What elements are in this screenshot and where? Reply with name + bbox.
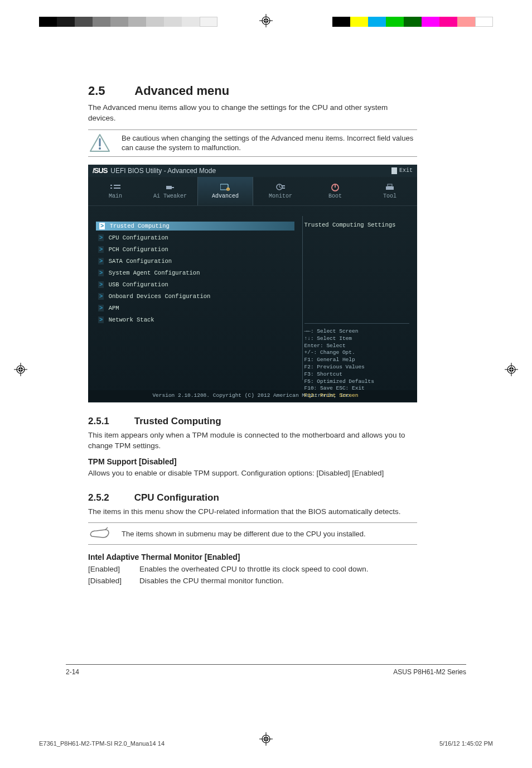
bios-tab-tool[interactable]: Tool: [362, 177, 417, 205]
print-job-timestamp: 5/16/12 1:45:02 PM: [439, 740, 493, 747]
menu-item-label: Onboard Devices Configuration: [109, 293, 211, 300]
help-key-line: +/-: Change Opt.: [304, 349, 410, 357]
subsection-heading: 2.5.1 Trusted Computing: [88, 416, 417, 427]
section-number: 2.5: [88, 84, 132, 98]
chevron-right-icon: >: [98, 293, 104, 300]
svg-rect-43: [386, 186, 394, 190]
bios-tab-ai-tweaker[interactable]: Ai Tweaker: [143, 177, 197, 205]
bios-tab-advanced[interactable]: iAdvanced: [197, 177, 253, 205]
bios-logo: /SUS: [93, 166, 107, 175]
bios-menu-panel: > Trusted Computing> CPU Configuration> …: [88, 206, 302, 390]
help-key-line: Enter: Select: [304, 343, 410, 350]
help-key-highlight: F12: Print Screen: [304, 392, 410, 400]
bios-help-panel: Trusted Computing Settings →←: Select Sc…: [302, 206, 418, 390]
tab-label: Tool: [383, 193, 396, 199]
tab-label: Ai Tweaker: [153, 193, 187, 199]
option-row: [Disabled]Disables the CPU thermal monit…: [88, 575, 417, 587]
print-job-footer: E7361_P8H61-M2-TPM-SI R2.0_Manua14 14 5/…: [39, 740, 493, 747]
svg-rect-44: [388, 184, 392, 186]
svg-text:i: i: [227, 188, 229, 191]
help-key-line: ↑↓: Select Item: [304, 335, 410, 343]
help-key-line: →←: Select Screen: [304, 328, 410, 335]
chevron-right-icon: >: [98, 316, 104, 323]
warning-icon: [88, 133, 112, 152]
tab-icon: [330, 183, 340, 191]
help-key-line: F3: Shortcut: [304, 371, 410, 378]
help-key-line: F1: General Help: [304, 357, 410, 364]
svg-rect-39: [282, 185, 285, 186]
tab-label: Monitor: [269, 193, 292, 199]
bios-item-title: TPM Support [Disabled]: [88, 457, 417, 466]
chevron-right-icon: >: [98, 281, 104, 288]
menu-item-label: Network Stack: [109, 316, 154, 323]
menu-item-label: APM: [109, 305, 119, 311]
bios-menu-item[interactable]: > Network Stack: [96, 315, 294, 324]
section-heading: 2.5 Advanced menu: [88, 84, 417, 98]
tab-icon: i: [220, 183, 230, 191]
menu-item-label: SATA Configuration: [109, 258, 172, 265]
subsection-desc: This item appears only when a TPM module…: [88, 430, 417, 452]
bios-tab-boot[interactable]: Boot: [308, 177, 362, 205]
registration-mark-icon: [14, 363, 27, 376]
bios-menu-item[interactable]: > Trusted Computing: [96, 222, 294, 231]
caution-text: Be cautious when changing the settings o…: [122, 133, 417, 153]
chevron-right-icon: >: [99, 223, 105, 229]
svg-rect-30: [114, 188, 120, 189]
subsection-number: 2.5.2: [88, 492, 132, 503]
hand-note-icon: [88, 526, 112, 541]
svg-rect-31: [166, 186, 172, 189]
registration-mark-icon: [259, 14, 273, 27]
bios-menu-item[interactable]: > PCH Configuration: [96, 245, 294, 254]
bios-menu-item[interactable]: > System Agent Configuration: [96, 268, 294, 277]
chevron-right-icon: >: [98, 270, 104, 276]
option-row: [Enabled]Enables the overheated CPU to t…: [88, 564, 417, 575]
intro-text: The Advanced menu items allow you to cha…: [88, 103, 417, 124]
subsection-title-text: CPU Configuration: [134, 492, 219, 503]
subsection-heading: 2.5.2 CPU Configuration: [88, 492, 417, 503]
svg-rect-32: [172, 187, 174, 188]
bios-menu-item[interactable]: > SATA Configuration: [96, 257, 294, 266]
menu-item-label: System Agent Configuration: [109, 270, 200, 276]
registration-mark-icon: [505, 363, 518, 376]
tab-label: Boot: [328, 193, 342, 199]
option-description: Disables the CPU thermal monitor functio…: [139, 575, 417, 587]
bios-exit-label: Exit: [399, 167, 413, 174]
bios-screenshot: /SUS UEFI BIOS Utility - Advanced Mode E…: [88, 165, 417, 402]
tab-icon: [165, 183, 175, 191]
help-title: Trusted Computing Settings: [304, 222, 410, 228]
tab-label: Advanced: [212, 193, 239, 199]
note-block: The items shown in submenu may be differ…: [88, 522, 417, 545]
bios-menu-item[interactable]: > Onboard Devices Configuration: [96, 292, 294, 301]
svg-rect-40: [282, 188, 285, 189]
help-key-line: F2: Previous Values: [304, 364, 410, 371]
svg-rect-29: [110, 188, 112, 189]
bios-item-title: Intel Adaptive Thermal Monitor [Enabled]: [88, 553, 417, 561]
svg-line-38: [279, 187, 281, 188]
bios-tab-monitor[interactable]: Monitor: [253, 177, 308, 205]
tab-icon: [385, 183, 395, 191]
tab-label: Main: [109, 193, 122, 199]
tab-icon: [275, 183, 286, 191]
help-key-line: F10: Save ESC: Exit: [304, 385, 410, 392]
chevron-right-icon: >: [98, 305, 104, 311]
tab-icon: [110, 183, 120, 191]
chevron-right-icon: >: [98, 234, 104, 241]
bios-exit-button[interactable]: Exit: [391, 167, 413, 174]
print-job-file: E7361_P8H61-M2-TPM-SI R2.0_Manua14 14: [39, 740, 165, 747]
bios-menu-item[interactable]: > CPU Configuration: [96, 233, 294, 242]
section-title-text: Advanced menu: [134, 84, 229, 98]
svg-point-26: [99, 147, 101, 150]
document-series: ASUS P8H61-M2 Series: [393, 668, 466, 676]
caution-block: Be cautious when changing the settings o…: [88, 129, 417, 157]
bios-tab-main[interactable]: Main: [88, 177, 143, 205]
bios-menu-item[interactable]: > APM: [96, 304, 294, 313]
note-text: The items shown in submenu may be differ…: [122, 529, 417, 539]
subsection-desc: The items in this menu show the CPU-rela…: [88, 507, 417, 517]
menu-item-label: CPU Configuration: [109, 234, 168, 241]
menu-item-label: PCH Configuration: [109, 246, 168, 253]
bios-menu-item[interactable]: > USB Configuration: [96, 280, 294, 289]
subsection-number: 2.5.1: [88, 416, 132, 427]
page-footer: 2-14 ASUS P8H61-M2 Series: [66, 664, 466, 676]
help-key-line: F5: Optimized Defaults: [304, 378, 410, 386]
menu-item-label: USB Configuration: [109, 281, 168, 288]
